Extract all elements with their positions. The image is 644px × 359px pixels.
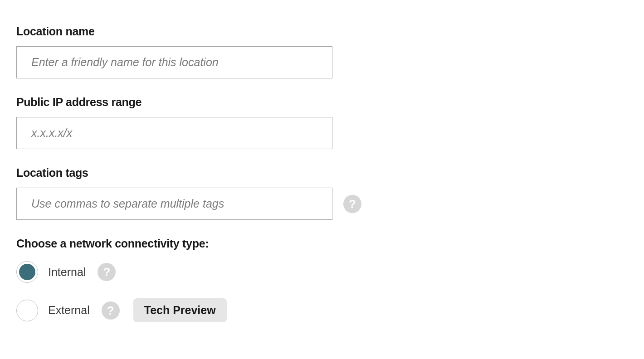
- help-icon[interactable]: ?: [343, 195, 361, 213]
- help-icon[interactable]: ?: [102, 301, 120, 320]
- location-tags-input[interactable]: [16, 188, 332, 220]
- radio-external-label: External: [48, 304, 90, 317]
- radio-external[interactable]: [16, 300, 38, 321]
- radio-internal-label: Internal: [48, 266, 86, 279]
- radio-internal[interactable]: [16, 261, 38, 283]
- public-ip-label: Public IP address range: [16, 96, 628, 109]
- help-icon[interactable]: ?: [98, 263, 116, 281]
- location-name-input[interactable]: [16, 46, 332, 78]
- connectivity-radio-group: Internal ? External ? Tech Preview: [16, 261, 628, 322]
- public-ip-input[interactable]: [16, 117, 332, 149]
- connectivity-type-label: Choose a network connectivity type:: [16, 237, 628, 250]
- location-name-label: Location name: [16, 25, 628, 38]
- location-tags-label: Location tags: [16, 166, 628, 180]
- tech-preview-badge: Tech Preview: [133, 298, 227, 322]
- radio-internal-selected-indicator: [19, 264, 35, 280]
